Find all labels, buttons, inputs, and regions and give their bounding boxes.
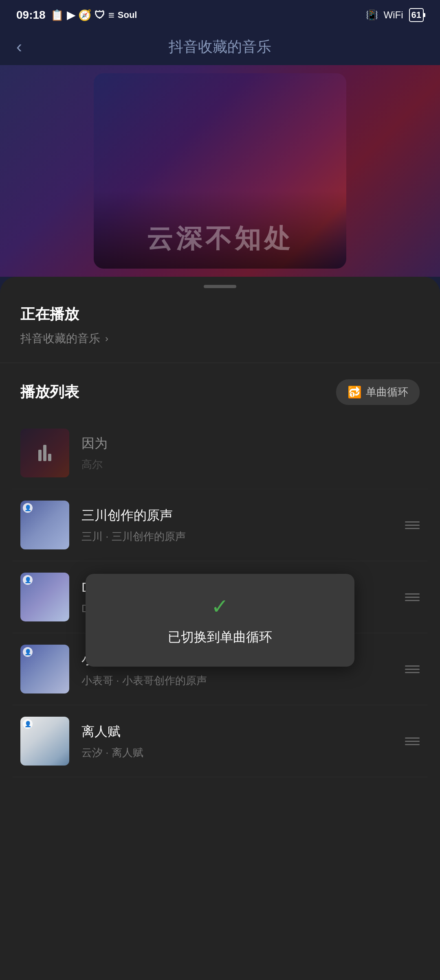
album-art: 云深不知处 — [94, 73, 346, 269]
drag-handle[interactable] — [204, 285, 236, 288]
song-thumb-3: 👤 — [20, 573, 69, 621]
repeat-button[interactable]: 🔂 单曲循环 — [336, 379, 420, 405]
user-icon-4: 👤 — [23, 647, 33, 657]
repeat-label: 单曲循环 — [366, 385, 408, 399]
notification-icon: 📋 — [51, 9, 64, 22]
song-info-1: 因为 高尔 — [81, 435, 420, 472]
soul-app-icon: Soul — [118, 10, 137, 20]
now-playing-label: 正在播放 — [20, 304, 420, 324]
song-item-2[interactable]: 👤 三川创作的原声 三川 · 三川创作的原声 — [12, 489, 428, 561]
song-subtitle-2: 三川 · 三川创作的原声 — [81, 529, 393, 544]
tooltip-overlay: ✓ 已切换到单曲循环 — [86, 574, 354, 667]
chevron-right-icon: › — [105, 333, 108, 344]
bar-1 — [38, 450, 42, 461]
user-icon-5: 👤 — [23, 719, 33, 729]
song-subtitle-1: 高尔 — [81, 457, 420, 472]
song-info-5: 离人赋 云汐 · 离人赋 — [81, 723, 393, 760]
status-right: 📳 WiFi 61 — [366, 8, 424, 22]
album-text: 云深不知处 — [147, 221, 293, 256]
play-icon: ▶ — [67, 9, 75, 22]
song-title-2: 三川创作的原声 — [81, 507, 393, 525]
repeat-icon: 🔂 — [348, 385, 362, 399]
playlist-title: 播放列表 — [20, 382, 79, 402]
now-playing-section: 正在播放 抖音收藏的音乐 › — [0, 304, 440, 363]
album-container: 云深不知处 — [0, 65, 440, 277]
drag-handle-2[interactable] — [405, 521, 420, 529]
drag-handle-3[interactable] — [405, 593, 420, 601]
stack-icon: ≡ — [108, 9, 114, 22]
now-playing-subtitle-link[interactable]: 抖音收藏的音乐 › — [20, 331, 420, 346]
shield-icon: 🛡 — [95, 9, 105, 22]
compass-icon: 🧭 — [78, 9, 91, 22]
playing-indicator — [20, 429, 69, 477]
song-subtitle-5: 云汐 · 离人赋 — [81, 746, 393, 760]
bar-3 — [48, 454, 51, 461]
vibrate-icon: 📳 — [366, 9, 378, 21]
tooltip-message: 已切换到单曲循环 — [168, 628, 272, 646]
battery-indicator: 61 — [409, 8, 424, 22]
status-left: 09:18 📋 ▶ 🧭 🛡 ≡ Soul — [16, 9, 137, 22]
song-item-5[interactable]: 👤 离人赋 云汐 · 离人赋 — [12, 705, 428, 777]
song-title-5: 离人赋 — [81, 723, 393, 741]
status-icons: 📋 ▶ 🧭 🛡 ≡ Soul — [51, 9, 137, 22]
song-subtitle-4: 小表哥 · 小表哥创作的原声 — [81, 674, 393, 688]
back-button[interactable]: ‹ — [16, 37, 22, 57]
drag-handle-4[interactable] — [405, 665, 420, 673]
user-icon-3: 👤 — [23, 575, 33, 585]
equalizer-bars — [38, 445, 51, 461]
page-title: 抖音收藏的音乐 — [169, 37, 271, 57]
song-title-1: 因为 — [81, 435, 420, 453]
battery-level: 61 — [411, 10, 421, 20]
status-bar: 09:18 📋 ▶ 🧭 🛡 ≡ Soul 📳 WiFi 61 — [0, 0, 440, 28]
bar-2 — [43, 445, 46, 461]
playlist-header: 播放列表 🔂 单曲循环 — [0, 363, 440, 417]
header: ‹ 抖音收藏的音乐 — [0, 28, 440, 65]
song-info-2: 三川创作的原声 三川 · 三川创作的原声 — [81, 507, 393, 544]
song-thumb-5: 👤 — [20, 717, 69, 766]
song-thumb-2: 👤 — [20, 501, 69, 549]
song-item-1[interactable]: 因为 高尔 — [12, 417, 428, 489]
song-thumb-1 — [20, 429, 69, 477]
user-icon-2: 👤 — [23, 503, 33, 513]
wifi-icon: WiFi — [384, 9, 403, 21]
album-background: 云深不知处 — [0, 65, 440, 277]
drag-handle-5[interactable] — [405, 737, 420, 745]
now-playing-playlist-name: 抖音收藏的音乐 — [20, 331, 100, 346]
bottom-sheet: 正在播放 抖音收藏的音乐 › 播放列表 🔂 单曲循环 — [0, 277, 440, 980]
song-list: 因为 高尔 ✓ 已切换到单曲循环 👤 三川创作的原声 三川 · 三川创作的原声 — [0, 417, 440, 777]
time-display: 09:18 — [16, 9, 46, 22]
tooltip-checkmark: ✓ — [211, 594, 229, 619]
song-thumb-4: 👤 — [20, 645, 69, 693]
